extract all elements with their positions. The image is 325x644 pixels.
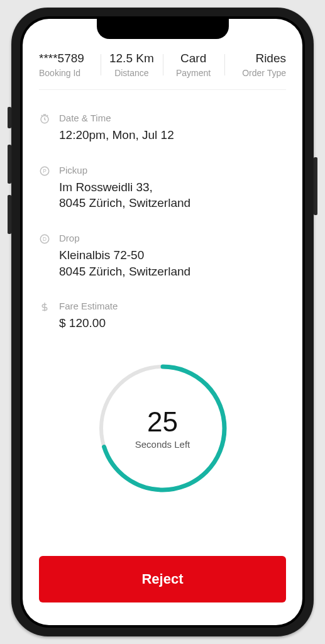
notch bbox=[97, 19, 229, 39]
booking-id-label: Booking Id bbox=[39, 68, 101, 78]
reject-button[interactable]: Reject bbox=[39, 556, 286, 602]
header-distance: 12.5 Km Distance bbox=[101, 52, 162, 78]
distance-label: Distance bbox=[101, 68, 162, 78]
phone-frame: ****5789 Booking Id 12.5 Km Distance Car… bbox=[11, 8, 314, 636]
payment-label: Payment bbox=[163, 68, 224, 78]
timer-ring-icon bbox=[94, 359, 232, 497]
pickup-icon: P bbox=[39, 165, 50, 177]
order-type-value: Rides bbox=[224, 52, 286, 65]
fare-label: Fare Estimate bbox=[59, 301, 118, 311]
header-order-type: Rides Order Type bbox=[224, 52, 286, 78]
order-type-label: Order Type bbox=[224, 68, 286, 78]
fare-value: $ 120.00 bbox=[59, 315, 118, 331]
screen: ****5789 Booking Id 12.5 Km Distance Car… bbox=[23, 19, 302, 625]
svg-text:D: D bbox=[43, 236, 47, 242]
dollar-icon bbox=[39, 301, 50, 313]
booking-summary-header: ****5789 Booking Id 12.5 Km Distance Car… bbox=[39, 52, 286, 90]
booking-id-value: ****5789 bbox=[39, 52, 101, 65]
detail-drop: D Drop Kleinalbis 72-50 8045 Zürich, Swi… bbox=[39, 233, 286, 279]
clock-icon bbox=[39, 113, 50, 125]
detail-pickup: P Pickup Im Rossweidli 33, 8045 Zürich, … bbox=[39, 165, 286, 211]
header-payment: Card Payment bbox=[163, 52, 224, 78]
drop-label: Drop bbox=[59, 233, 190, 243]
detail-fare: Fare Estimate $ 120.00 bbox=[39, 301, 286, 331]
pickup-value: Im Rossweidli 33, 8045 Zürich, Switzerla… bbox=[59, 179, 190, 211]
distance-value: 12.5 Km bbox=[101, 52, 162, 65]
drop-value: Kleinalbis 72-50 8045 Zürich, Switzerlan… bbox=[59, 247, 190, 279]
booking-details: Date & Time 12:20pm, Mon, Jul 12 P Picku… bbox=[39, 90, 286, 353]
drop-icon: D bbox=[39, 233, 50, 245]
detail-datetime: Date & Time 12:20pm, Mon, Jul 12 bbox=[39, 113, 286, 143]
countdown-timer: 25 Seconds Left bbox=[94, 359, 232, 497]
pickup-label: Pickup bbox=[59, 165, 190, 175]
payment-value: Card bbox=[163, 52, 224, 65]
datetime-value: 12:20pm, Mon, Jul 12 bbox=[59, 127, 174, 143]
svg-text:P: P bbox=[43, 169, 47, 174]
header-booking-id: ****5789 Booking Id bbox=[39, 52, 101, 78]
datetime-label: Date & Time bbox=[59, 113, 174, 123]
